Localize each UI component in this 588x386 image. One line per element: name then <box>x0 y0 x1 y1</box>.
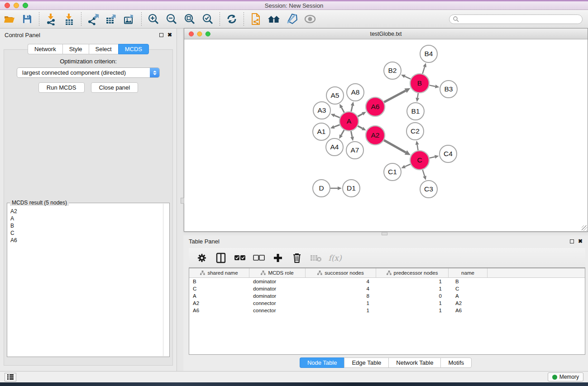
run-mcds-button[interactable]: Run MCDS <box>38 82 85 93</box>
table-splitter-handle[interactable] <box>382 232 387 235</box>
table-cell[interactable]: 8 <box>306 292 376 300</box>
graph-edge-A-A3[interactable] <box>335 115 340 118</box>
close-panel-button[interactable]: Close panel <box>91 82 139 93</box>
graph-edge-C-C2[interactable] <box>417 145 418 151</box>
column-header-shared-name[interactable]: shared name <box>189 268 249 277</box>
table-row[interactable]: A2connector11A2 <box>189 300 585 307</box>
table-cell[interactable]: A2 <box>189 300 249 307</box>
open-session-icon[interactable] <box>0 11 18 27</box>
tab-motifs[interactable]: Motifs <box>440 357 472 368</box>
column-header-successor-nodes[interactable]: successor nodes <box>306 268 376 277</box>
table-cell[interactable]: 1 <box>306 300 376 307</box>
zoom-out-icon[interactable] <box>163 11 181 27</box>
hide-labels-icon[interactable] <box>283 11 301 27</box>
table-cell[interactable]: dominator <box>249 278 306 285</box>
table-cell[interactable]: dominator <box>249 292 306 300</box>
graph-edge-A-A4[interactable] <box>341 130 344 135</box>
zoom-in-icon[interactable] <box>144 11 163 27</box>
tab-select[interactable]: Select <box>89 44 118 54</box>
table-row[interactable]: Cdominator41C <box>189 285 585 292</box>
network-window-titlebar[interactable]: testGlobe.txt <box>184 29 588 39</box>
table-row[interactable]: A6connector11A6 <box>189 307 585 314</box>
table-cell[interactable]: A6 <box>189 307 249 314</box>
table-cell[interactable]: 1 <box>376 307 449 314</box>
export-network-icon[interactable] <box>84 11 102 27</box>
table-cell[interactable]: 0 <box>376 292 449 300</box>
tab-mcds[interactable]: MCDS <box>118 44 149 54</box>
float-table-panel-icon[interactable] <box>570 239 574 243</box>
graph-edge-A-A5[interactable] <box>341 107 344 112</box>
table-cell[interactable]: 1 <box>376 278 449 285</box>
table-cell[interactable]: A6 <box>449 307 488 314</box>
table-cell[interactable]: connector <box>249 307 306 314</box>
column-header-name[interactable]: name <box>449 268 488 277</box>
tab-style[interactable]: Style <box>62 44 89 54</box>
table-cell[interactable]: dominator <box>249 285 306 292</box>
tab-node-table[interactable]: Node Table <box>300 357 344 368</box>
table-cell[interactable]: connector <box>249 300 306 307</box>
import-network-icon[interactable] <box>42 11 60 27</box>
table-cell[interactable]: C <box>189 285 249 292</box>
tab-network-table[interactable]: Network Table <box>388 357 440 368</box>
select-all-icon[interactable] <box>234 252 246 264</box>
window-resize-grip[interactable] <box>582 225 587 231</box>
export-image-icon[interactable] <box>120 11 139 27</box>
open-sample-session-icon[interactable] <box>247 11 265 27</box>
column-header-predecessor-nodes[interactable]: predecessor nodes <box>376 268 449 277</box>
graph-edge-B-B2[interactable] <box>405 76 411 79</box>
graph-edge-B-B1[interactable] <box>417 93 418 98</box>
search-field[interactable] <box>449 14 583 24</box>
tab-network[interactable]: Network <box>28 44 62 54</box>
table-cell[interactable]: 4 <box>306 285 376 292</box>
graph-edge-A-A8[interactable] <box>351 105 353 111</box>
mcds-result-item[interactable]: A6 <box>10 237 166 244</box>
zoom-selected-icon[interactable] <box>199 11 217 27</box>
search-input[interactable] <box>459 16 582 22</box>
import-table-icon[interactable] <box>60 11 78 27</box>
graph-edge-A-A2[interactable] <box>358 126 362 129</box>
show-column-icon[interactable] <box>215 252 227 264</box>
graph-edge-B-B3[interactable] <box>430 85 435 86</box>
panel-splitter-handle[interactable] <box>181 198 184 204</box>
table-cell[interactable]: 1 <box>306 307 376 314</box>
graph-edge-C-C4[interactable] <box>429 157 435 158</box>
tab-edge-table[interactable]: Edge Table <box>344 357 388 368</box>
mcds-result-item[interactable]: A2 <box>10 208 166 215</box>
table-cell[interactable]: 4 <box>306 278 376 285</box>
graph-edge-B-B4[interactable] <box>422 67 425 74</box>
table-cell[interactable]: C <box>449 285 488 292</box>
mcds-result-scrollbar[interactable] <box>163 204 163 356</box>
mcds-result-list[interactable]: A2ABCA6 <box>7 203 169 244</box>
graph-edge-A-A6[interactable] <box>358 114 363 116</box>
unselect-all-icon[interactable] <box>253 252 265 264</box>
table-cell[interactable]: A <box>449 292 488 300</box>
mcds-result-item[interactable]: C <box>10 229 166 237</box>
table-cell[interactable]: 1 <box>376 300 449 307</box>
task-history-button[interactable] <box>5 373 16 381</box>
mcds-result-item[interactable]: B <box>10 222 166 229</box>
close-panel-icon[interactable]: ✖ <box>167 33 172 37</box>
zoom-fit-icon[interactable] <box>181 11 199 27</box>
delete-row-trash-icon[interactable] <box>291 252 303 264</box>
table-settings-gear-icon[interactable] <box>196 252 208 264</box>
table-cell[interactable]: B <box>189 278 249 285</box>
reset-view-icon[interactable] <box>265 11 283 27</box>
network-canvas[interactable]: B4B2BB3A5A8A6B1A3AA1C2A2A4A7C4CC1C3DD1 <box>184 39 588 231</box>
network-graph[interactable]: B4B2BB3A5A8A6B1A3AA1C2A2A4A7C4CC1C3DD1 <box>184 39 588 231</box>
graph-edge-C-C1[interactable] <box>405 164 411 167</box>
save-session-icon[interactable] <box>18 11 36 27</box>
graph-edge-A-A1[interactable] <box>334 125 339 127</box>
close-table-panel-icon[interactable]: ✖ <box>578 239 583 243</box>
table-cell[interactable]: B <box>449 278 488 285</box>
graph-edge-A6-B[interactable] <box>384 91 406 102</box>
export-table-icon[interactable] <box>102 11 120 27</box>
graph-edge-A-A7[interactable] <box>351 131 352 137</box>
table-cell[interactable]: A <box>189 292 249 300</box>
table-cell[interactable]: A2 <box>449 300 488 307</box>
table-row[interactable]: Bdominator41B <box>189 278 585 285</box>
memory-button[interactable]: Memory <box>548 372 583 381</box>
add-row-plus-icon[interactable] <box>272 252 284 264</box>
table-cell[interactable]: 1 <box>376 285 449 292</box>
graph-edge-C-C3[interactable] <box>423 170 425 176</box>
refresh-icon[interactable] <box>223 11 241 27</box>
